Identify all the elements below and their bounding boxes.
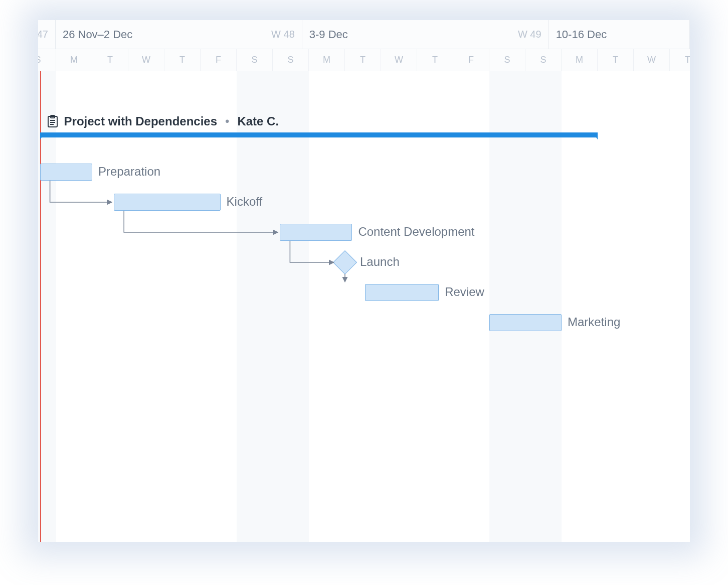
gantt-task-bar[interactable] xyxy=(114,194,220,211)
day-header-cell: W xyxy=(634,49,670,71)
task-label: Marketing xyxy=(568,315,620,329)
week-number-label: W 48 xyxy=(271,29,295,40)
day-header-cell: T xyxy=(345,49,381,71)
clipboard-icon xyxy=(47,115,58,128)
day-header-cell: S xyxy=(237,49,273,71)
week-number-label: 47 xyxy=(38,29,48,40)
gantt-task-bar[interactable] xyxy=(40,164,92,181)
dependency-lines xyxy=(38,71,690,542)
gantt-chart-area[interactable]: Project with Dependencies • Kate C.Prepa… xyxy=(38,71,690,542)
day-header-cell: T xyxy=(164,49,201,71)
project-title: Project with Dependencies xyxy=(64,114,217,128)
task-label: Review xyxy=(445,285,484,299)
gantt-task-bar[interactable] xyxy=(489,314,562,331)
week-range-label: 26 Nov–2 Dec xyxy=(63,28,132,41)
timeline-header-days: SMTWTFSSMTWTFSSMTWT xyxy=(38,49,690,71)
week-segment: 26 Nov–2 DecW 48 xyxy=(56,20,302,49)
week-segment: 10-16 Dec xyxy=(549,20,690,49)
dependency-arrow xyxy=(50,181,112,202)
day-header-cell: S xyxy=(273,49,309,71)
project-header[interactable]: Project with Dependencies • Kate C. xyxy=(47,114,279,128)
day-header-cell: M xyxy=(309,49,345,71)
gantt-milestone[interactable] xyxy=(333,250,357,274)
day-header-cell: T xyxy=(417,49,453,71)
day-header-cell: S xyxy=(38,49,56,71)
task-label: Kickoff xyxy=(227,195,263,209)
weekend-column xyxy=(525,71,562,542)
week-range-label: 10-16 Dec xyxy=(556,28,607,41)
week-segment: 3-9 DecW 49 xyxy=(302,20,549,49)
project-summary-bar[interactable] xyxy=(40,132,598,137)
day-header-cell: M xyxy=(56,49,92,71)
weekend-column xyxy=(489,71,525,542)
separator-dot: • xyxy=(223,114,231,128)
timeline-header-weeks: 4726 Nov–2 DecW 483-9 DecW 4910-16 Dec xyxy=(38,20,690,49)
gantt-task-bar[interactable] xyxy=(365,284,439,301)
week-range-label: 3-9 Dec xyxy=(309,28,348,41)
weekend-column xyxy=(237,71,273,542)
task-label: Launch xyxy=(360,255,400,269)
weekend-column xyxy=(273,71,309,542)
day-header-cell: W xyxy=(381,49,417,71)
week-segment: 47 xyxy=(38,20,56,49)
task-label: Preparation xyxy=(98,165,160,179)
day-header-cell: W xyxy=(128,49,164,71)
day-header-cell: F xyxy=(201,49,237,71)
day-header-cell: T xyxy=(92,49,128,71)
day-header-cell: F xyxy=(453,49,489,71)
day-header-cell: S xyxy=(525,49,562,71)
today-indicator-line xyxy=(40,71,41,542)
gantt-task-bar[interactable] xyxy=(280,224,352,241)
week-number-label: W 49 xyxy=(518,29,541,40)
project-owner: Kate C. xyxy=(237,114,279,128)
day-header-cell: T xyxy=(670,49,690,71)
day-header-cell: T xyxy=(598,49,634,71)
task-label: Content Development xyxy=(358,225,474,239)
day-header-cell: S xyxy=(489,49,525,71)
gantt-frame: 4726 Nov–2 DecW 483-9 DecW 4910-16 Dec S… xyxy=(38,20,690,542)
day-header-cell: M xyxy=(562,49,598,71)
